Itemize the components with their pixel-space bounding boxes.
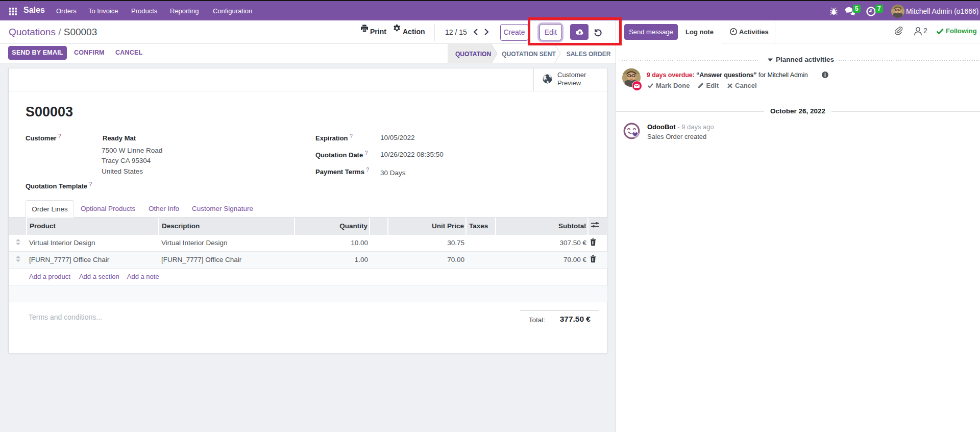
- svg-text:QUOTATION SENT: QUOTATION SENT: [502, 51, 556, 58]
- svg-text:SALES ORDER: SALES ORDER: [567, 51, 611, 58]
- svg-text:QUOTATION: QUOTATION: [455, 51, 491, 58]
